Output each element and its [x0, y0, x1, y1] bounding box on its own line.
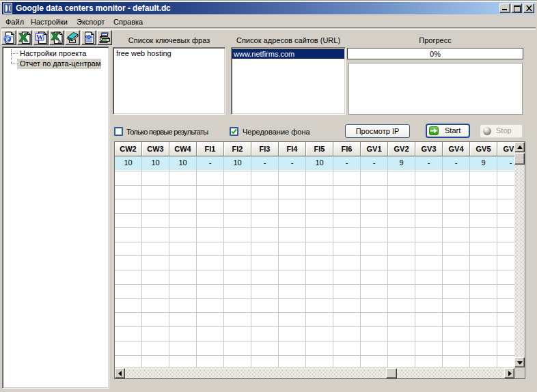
- svg-text:W: W: [36, 33, 44, 41]
- svg-text:a: a: [58, 38, 61, 44]
